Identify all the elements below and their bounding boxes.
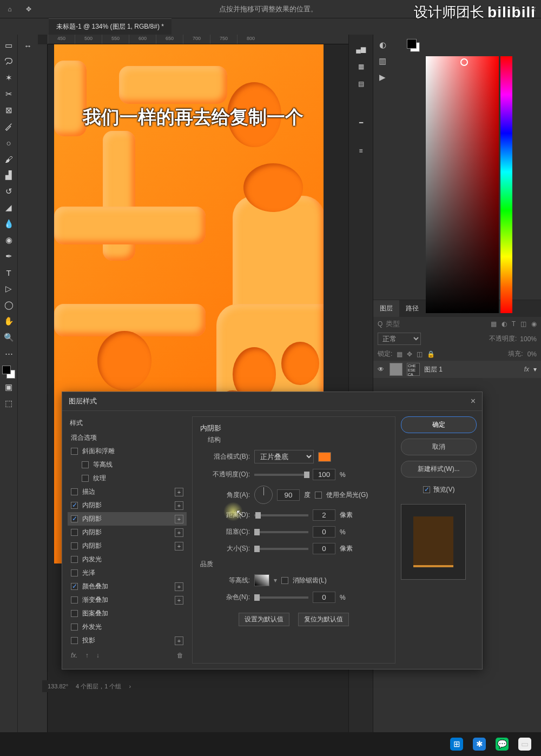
- noise-slider[interactable]: [254, 596, 308, 599]
- gradient-overlay-row[interactable]: 渐变叠加+: [68, 593, 187, 607]
- start-icon[interactable]: ⊞: [450, 738, 463, 751]
- shadow-color-swatch[interactable]: [318, 452, 331, 462]
- reset-default-button[interactable]: 复位为默认值: [298, 613, 349, 626]
- angle-dial[interactable]: [254, 486, 273, 504]
- opacity-slider[interactable]: [254, 474, 308, 476]
- outer-glow-row[interactable]: 外发光: [68, 620, 187, 634]
- distance-input[interactable]: [313, 509, 335, 521]
- tool-c2-1[interactable]: ↔: [21, 38, 36, 53]
- library-icon[interactable]: ▥: [379, 56, 386, 66]
- inner-shadow-row-3[interactable]: 内阴影+: [68, 526, 187, 539]
- blending-options-row[interactable]: 混合选项: [68, 431, 187, 445]
- global-light-checkbox[interactable]: [315, 492, 322, 499]
- stroke-row[interactable]: 描边+: [68, 485, 187, 499]
- nav-icon[interactable]: ▤: [358, 80, 364, 88]
- color-overlay-row[interactable]: 颜色叠加+: [68, 580, 187, 593]
- crop-tool-icon[interactable]: ✂: [1, 87, 16, 102]
- type-tool-icon[interactable]: T: [1, 265, 16, 280]
- zoom-tool-icon[interactable]: 🔍: [1, 330, 16, 345]
- new-style-button[interactable]: 新建样式(W)...: [401, 461, 477, 478]
- inner-shadow-row-2[interactable]: 内阴影+: [68, 512, 187, 526]
- preview-checkbox[interactable]: [423, 486, 430, 493]
- blend-mode-select[interactable]: 正片叠底: [254, 450, 314, 463]
- eyedropper-tool-icon[interactable]: [1, 119, 16, 134]
- doc-info[interactable]: 4 个图层，1 个组: [76, 682, 121, 691]
- screenmode-icon[interactable]: ⬚: [1, 396, 16, 411]
- home-icon[interactable]: ⌂: [4, 4, 15, 15]
- layer-filter-input[interactable]: [386, 320, 418, 328]
- status-chevron-icon[interactable]: ›: [129, 683, 131, 689]
- size-input[interactable]: [313, 543, 335, 554]
- add-color-overlay-icon[interactable]: +: [175, 582, 183, 591]
- inner-glow-row[interactable]: 内发光: [68, 553, 187, 566]
- document-tab[interactable]: 未标题-1 @ 134% (图层 1, RGB/8#) *: [49, 18, 171, 35]
- add-gradient-overlay-icon[interactable]: +: [175, 596, 183, 605]
- add-inner-shadow-icon-4[interactable]: +: [175, 542, 183, 551]
- satin-row[interactable]: 光泽: [68, 566, 187, 580]
- size-slider[interactable]: [254, 548, 308, 550]
- contour-swatch[interactable]: [254, 574, 269, 586]
- angle-input[interactable]: [277, 489, 300, 501]
- fx-chevron-icon[interactable]: ▾: [533, 366, 537, 373]
- opacity-input[interactable]: [313, 469, 335, 480]
- pattern-overlay-row[interactable]: 图案叠加: [68, 607, 187, 620]
- contour-row[interactable]: 等高线: [68, 458, 187, 472]
- tab-layers[interactable]: 图层: [373, 300, 399, 317]
- adjust-icon[interactable]: ≡: [359, 147, 362, 155]
- wechat-icon[interactable]: 💬: [496, 738, 509, 751]
- hue-slider[interactable]: [500, 56, 512, 313]
- zoom-level[interactable]: 133.82°: [48, 683, 68, 689]
- fx-indicator[interactable]: fx: [524, 366, 529, 373]
- fg-bg-swatch[interactable]: [2, 366, 15, 379]
- color-field[interactable]: [426, 56, 499, 313]
- swatch-half-icon[interactable]: ◐: [379, 40, 386, 50]
- info-icon[interactable]: ▦: [358, 63, 364, 70]
- spread-input[interactable]: [313, 526, 335, 538]
- history-brush-icon[interactable]: ↺: [1, 184, 16, 199]
- add-inner-shadow-icon-3[interactable]: +: [175, 528, 183, 537]
- shape-tool-icon[interactable]: ◯: [1, 297, 16, 313]
- add-drop-shadow-icon[interactable]: +: [175, 636, 183, 645]
- app-icon-1[interactable]: ✱: [473, 738, 486, 751]
- inner-shadow-row-4[interactable]: 内阴影+: [68, 539, 187, 553]
- move-down-icon[interactable]: ↓: [96, 652, 100, 659]
- wand-tool-icon[interactable]: ✶: [1, 70, 16, 85]
- fx-footer-icon[interactable]: fx.: [71, 652, 78, 659]
- quickmask-icon[interactable]: ▣: [1, 380, 16, 395]
- lock-all-icon[interactable]: 🔒: [427, 350, 435, 358]
- blur-tool-icon[interactable]: 💧: [1, 216, 16, 231]
- lock-pixels-icon[interactable]: ▦: [397, 350, 403, 358]
- stamp-tool-icon[interactable]: ▟: [1, 168, 16, 183]
- ok-button[interactable]: 确定: [401, 416, 477, 433]
- hand-tool-icon[interactable]: ✋: [1, 314, 16, 329]
- move-tool-icon[interactable]: ✥: [23, 4, 34, 15]
- bevel-row[interactable]: 斜面和浮雕: [68, 445, 187, 458]
- trash-icon[interactable]: 🗑: [177, 652, 183, 659]
- close-icon[interactable]: ×: [471, 396, 476, 406]
- cancel-button[interactable]: 取消: [401, 439, 477, 455]
- lock-move-icon[interactable]: ✥: [407, 350, 412, 358]
- set-default-button[interactable]: 设置为默认值: [239, 613, 289, 626]
- spread-slider[interactable]: [254, 531, 308, 533]
- add-stroke-icon[interactable]: +: [175, 488, 183, 496]
- dodge-tool-icon[interactable]: ○: [1, 135, 16, 150]
- lasso-tool-icon[interactable]: [1, 54, 16, 69]
- inner-shadow-row-1[interactable]: 内阴影+: [68, 499, 187, 512]
- drop-shadow-row[interactable]: 投影+: [68, 634, 187, 647]
- play-icon[interactable]: ▶: [379, 72, 386, 82]
- sponge-tool-icon[interactable]: ◉: [1, 233, 16, 248]
- layer-row[interactable]: 👁 CHEESECA 图层 1 fx ▾: [373, 361, 541, 378]
- tab-paths[interactable]: 路径: [399, 300, 425, 317]
- pen-tool-icon[interactable]: ✒: [1, 249, 16, 264]
- visibility-icon[interactable]: 👁: [378, 366, 385, 373]
- distance-slider[interactable]: [254, 514, 308, 516]
- brush-tool-icon[interactable]: 🖌: [1, 151, 16, 167]
- frame-tool-icon[interactable]: ⊠: [1, 103, 16, 118]
- path-select-icon[interactable]: ▷: [1, 281, 16, 296]
- add-inner-shadow-icon[interactable]: +: [175, 501, 183, 510]
- add-inner-shadow-icon-2[interactable]: +: [175, 515, 183, 523]
- histogram-icon[interactable]: ▄▆: [356, 45, 366, 53]
- app-icon-2[interactable]: ▭: [518, 738, 531, 751]
- texture-row[interactable]: 纹理: [68, 472, 187, 485]
- bucket-tool-icon[interactable]: ◢: [1, 200, 16, 215]
